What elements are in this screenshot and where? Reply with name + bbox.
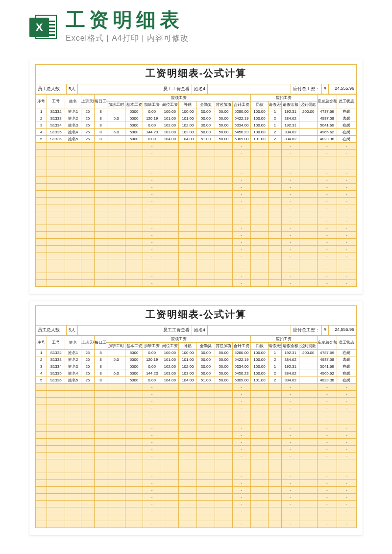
cell-empty: - (337, 411, 356, 418)
cell-empty (197, 459, 215, 466)
cell-empty (179, 184, 197, 191)
cell-empty (161, 411, 179, 418)
cell-empty: - (281, 521, 299, 528)
cell-fine: 100.00 (250, 350, 269, 356)
cell-empty (197, 239, 215, 246)
cell-empty (107, 280, 125, 287)
cell-empty (65, 204, 81, 211)
cell-empty (215, 246, 233, 252)
cell-empty: - (318, 143, 337, 150)
cell-status: 在岗 (337, 108, 356, 115)
cell-empty (47, 501, 65, 507)
cell-empty (36, 204, 47, 211)
cell-empty (94, 280, 107, 287)
cell-sum: 5280.00 (233, 108, 251, 115)
cell-empty: - (143, 521, 161, 528)
cell-empty (179, 232, 197, 239)
excel-icon: X (29, 13, 58, 41)
cell-id: S1336 (47, 377, 65, 384)
count-value: 5人 (67, 326, 78, 335)
cell-empty: - (337, 501, 356, 507)
cell-empty (197, 439, 215, 446)
cell-empty (36, 252, 47, 259)
cell-empty (299, 514, 318, 521)
cell-empty (81, 446, 95, 453)
summary-bar: 员工总人数： 5人 员工工资查看 姓名4 应付总工资： ¥ 24,555.96 (35, 325, 357, 335)
cell-id: S1336 (47, 136, 65, 143)
cell-empty (65, 459, 81, 466)
cell-empty: - (318, 163, 337, 170)
cell-empty (215, 459, 233, 466)
cell-empty: - (143, 404, 161, 411)
cell-empty (36, 191, 47, 198)
th-id: 工号 (47, 95, 65, 108)
cell-empty (299, 225, 318, 232)
cell-empty (125, 480, 143, 487)
cell-empty (107, 473, 125, 480)
cell-empty: - (281, 446, 299, 453)
cell-name: 姓名1 (65, 108, 81, 115)
th-ot-h: 加班工时 (107, 343, 125, 350)
cell-empty (299, 446, 318, 453)
cell-empty (65, 156, 81, 163)
cell-post: 103.00 (161, 129, 179, 136)
cell-leave: 2 (269, 136, 282, 143)
table-row: ----- (36, 198, 357, 204)
cell-empty (250, 280, 269, 287)
cell-empty (250, 446, 269, 453)
cell-empty (107, 425, 125, 432)
cell-leave_amt: 192.31 (281, 350, 299, 356)
cell-empty: - (233, 218, 251, 225)
cell-sum: 5309.00 (233, 377, 251, 384)
cell-empty (81, 453, 95, 459)
cell-empty (107, 521, 125, 528)
cell-allow: 101.00 (179, 115, 197, 122)
table-row: ----- (36, 391, 357, 398)
cell-empty: - (318, 191, 337, 198)
cell-sum: 5334.00 (233, 122, 251, 129)
cell-ot_pay: 144.23 (143, 370, 161, 377)
cell-empty (215, 425, 233, 432)
cell-empty (161, 184, 179, 191)
cell-empty: - (318, 232, 337, 239)
cell-empty (107, 384, 125, 391)
total-value: 24,555.96 (329, 84, 356, 94)
cell-empty (94, 425, 107, 432)
cell-empty (269, 266, 282, 273)
cell-empty (250, 150, 269, 156)
cell-empty: - (143, 384, 161, 391)
cell-empty (94, 246, 107, 252)
cell-empty (125, 473, 143, 480)
cell-empty (179, 487, 197, 494)
cell-name: 姓名3 (65, 122, 81, 129)
table-row: ----- (36, 184, 357, 191)
cell-empty (65, 446, 81, 453)
cell-empty: - (318, 239, 337, 246)
cell-allow: 102.00 (179, 363, 197, 370)
cell-empty: - (318, 494, 337, 501)
cell-empty (161, 507, 179, 514)
cell-empty (125, 156, 143, 163)
cell-empty: - (233, 273, 251, 280)
cell-empty (299, 150, 318, 156)
cell-leave: 2 (269, 356, 282, 363)
cell-net: 4823.38 (318, 136, 337, 143)
cell-empty: - (318, 259, 337, 266)
cell-empty (47, 246, 65, 252)
cell-empty (107, 439, 125, 446)
cell-empty (65, 170, 81, 177)
cell-empty (215, 211, 233, 218)
cell-status: 离岗 (337, 356, 356, 363)
cell-empty (179, 198, 197, 204)
cell-empty: - (143, 232, 161, 239)
cell-empty (65, 439, 81, 446)
cell-leave_amt: 384.62 (281, 115, 299, 122)
cell-empty (250, 466, 269, 473)
cell-leave_amt: 384.62 (281, 129, 299, 136)
cell-empty (94, 514, 107, 521)
cell-empty (94, 177, 107, 184)
cell-empty (36, 494, 47, 501)
cell-empty (197, 198, 215, 204)
cell-empty (215, 273, 233, 280)
cell-post: 100.00 (161, 350, 179, 356)
